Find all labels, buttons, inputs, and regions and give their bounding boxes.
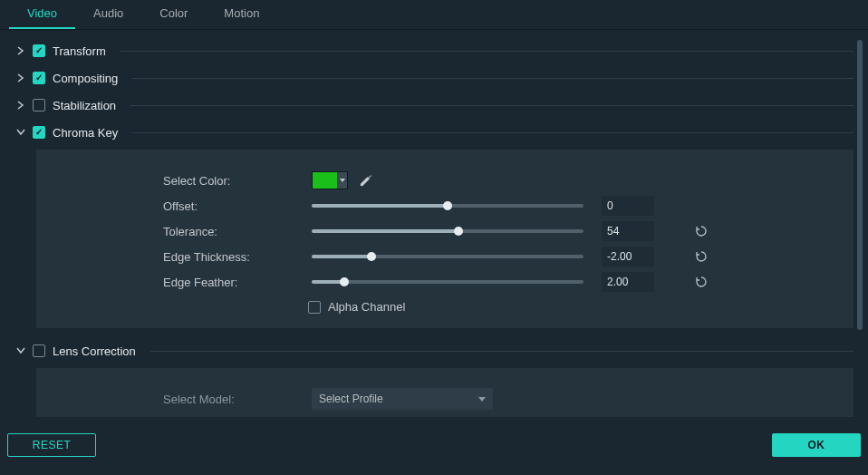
divider (130, 105, 854, 106)
lens-body: Select Model: Select Profile (36, 368, 854, 417)
select-model-label: Select Model: (163, 393, 299, 406)
chroma-label: Chroma Key (53, 126, 118, 140)
slider-thumb[interactable] (367, 252, 376, 261)
section-header-lens[interactable]: Lens Correction (16, 337, 854, 364)
lens-label: Lens Correction (53, 344, 136, 358)
tolerance-label: Tolerance: (163, 225, 299, 238)
edge-thickness-row: Edge Thickness: -2.00 (163, 244, 835, 269)
select-color-row: Select Color: (163, 168, 835, 193)
reset-button[interactable]: RESET (7, 433, 96, 457)
edge-thickness-input[interactable]: -2.00 (602, 247, 654, 267)
footer: RESET OK (0, 421, 868, 475)
chevron-right-icon (16, 73, 25, 82)
stabilization-checkbox[interactable] (33, 99, 45, 111)
chroma-checkbox[interactable] (33, 126, 45, 139)
alpha-checkbox[interactable] (308, 301, 321, 314)
tolerance-input[interactable]: 54 (602, 221, 654, 241)
offset-slider[interactable] (312, 204, 583, 208)
chroma-body: Select Color: Offset: 0 (36, 150, 854, 328)
chevron-down-icon (16, 128, 25, 137)
color-swatch[interactable] (312, 171, 348, 189)
edge-feather-slider[interactable] (312, 280, 583, 284)
chevron-down-icon (16, 346, 25, 355)
edge-thickness-slider[interactable] (312, 255, 583, 258)
reset-icon[interactable] (694, 249, 709, 264)
divider (132, 78, 854, 79)
ok-button[interactable]: OK (772, 433, 861, 457)
offset-row: Offset: 0 (163, 193, 835, 218)
section-header-transform[interactable]: Transform (16, 37, 854, 64)
edge-thickness-label: Edge Thickness: (163, 250, 299, 264)
tab-motion[interactable]: Motion (206, 0, 277, 29)
slider-thumb[interactable] (443, 201, 452, 210)
divider (121, 51, 854, 52)
transform-checkbox[interactable] (33, 44, 45, 57)
stabilization-label: Stabilization (53, 99, 116, 112)
offset-input[interactable]: 0 (602, 196, 654, 216)
lens-checkbox[interactable] (33, 344, 45, 357)
alpha-label: Alpha Channel (328, 300, 405, 314)
color-dropdown-icon[interactable] (337, 172, 347, 189)
tab-color[interactable]: Color (141, 0, 206, 29)
eyedropper-icon[interactable] (359, 173, 373, 188)
section-header-compositing[interactable]: Compositing (16, 64, 854, 92)
edge-feather-input[interactable]: 2.00 (602, 272, 654, 292)
transform-label: Transform (53, 44, 106, 58)
edge-feather-row: Edge Feather: 2.00 (163, 269, 835, 295)
color-block (313, 172, 337, 189)
section-header-stabilization[interactable]: Stabilization (16, 92, 854, 119)
divider (132, 132, 854, 133)
reset-icon[interactable] (694, 224, 709, 238)
select-model-row: Select Model: Select Profile (163, 386, 835, 412)
tolerance-slider[interactable] (312, 229, 583, 233)
offset-label: Offset: (163, 199, 299, 213)
panel-area: Transform Compositing Stabilization Chro… (0, 30, 868, 421)
chevron-right-icon (16, 101, 25, 110)
tabs-bar: Video Audio Color Motion (0, 0, 868, 30)
scrollbar-thumb[interactable] (857, 40, 863, 330)
slider-thumb[interactable] (454, 227, 463, 236)
select-profile-value: Select Profile (319, 393, 383, 405)
select-profile-dropdown[interactable]: Select Profile (312, 388, 493, 410)
scrollbar[interactable] (857, 40, 863, 412)
alpha-channel-row: Alpha Channel (308, 300, 835, 314)
tab-audio[interactable]: Audio (75, 0, 141, 29)
compositing-label: Compositing (53, 72, 118, 85)
compositing-checkbox[interactable] (33, 72, 45, 84)
edge-feather-label: Edge Feather: (163, 276, 299, 289)
tab-video[interactable]: Video (9, 0, 75, 29)
tolerance-row: Tolerance: 54 (163, 218, 835, 244)
chevron-right-icon (16, 46, 25, 55)
reset-icon[interactable] (694, 275, 709, 289)
divider (150, 351, 854, 352)
select-color-label: Select Color: (163, 174, 299, 188)
chevron-down-icon (478, 397, 486, 402)
slider-thumb[interactable] (340, 277, 349, 286)
section-header-chroma[interactable]: Chroma Key (16, 119, 854, 146)
